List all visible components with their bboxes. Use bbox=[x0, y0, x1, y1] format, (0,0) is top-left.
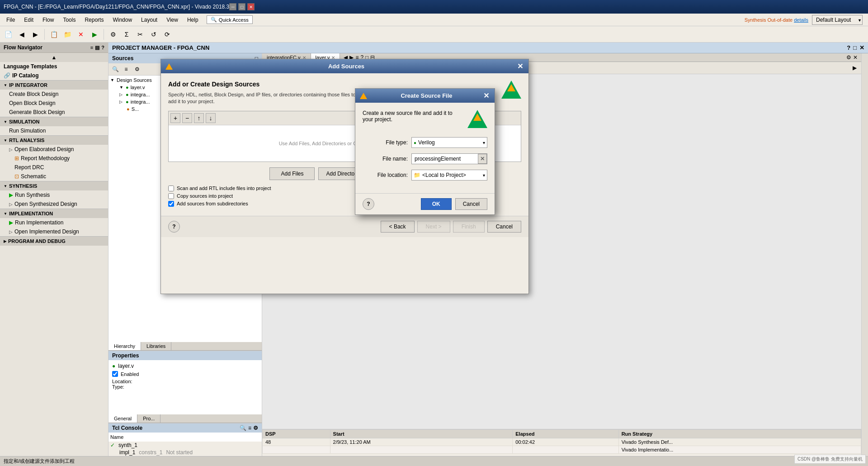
sources-collapse-button[interactable]: ≡ bbox=[121, 64, 131, 74]
back-button[interactable]: ◀ bbox=[15, 28, 28, 41]
menu-reports[interactable]: Reports bbox=[80, 15, 108, 25]
create-source-close-button[interactable]: ✕ bbox=[482, 91, 490, 100]
remove-file-icon-btn[interactable]: − bbox=[182, 113, 192, 123]
new-file-button[interactable]: 📄 bbox=[2, 28, 14, 41]
create-source-ok-button[interactable]: OK bbox=[421, 198, 452, 210]
layout-select-container[interactable]: Default Layout ▾ bbox=[812, 15, 863, 25]
tab-properties[interactable]: Pro... bbox=[137, 414, 160, 423]
nav-run-synthesis[interactable]: ▶ Run Synthesis bbox=[0, 190, 108, 200]
scroll-up-arrow[interactable]: ▲ bbox=[0, 53, 108, 62]
details-link[interactable]: details bbox=[794, 17, 808, 23]
menu-file[interactable]: File bbox=[2, 15, 19, 25]
move-down-icon-btn[interactable]: ↓ bbox=[206, 113, 216, 123]
finish-button-dialog[interactable]: Finish bbox=[453, 221, 485, 233]
nav-ip-catalog[interactable]: 🔗 IP Catalog bbox=[0, 71, 108, 80]
tree-toggle-integra1[interactable]: ▷ bbox=[119, 92, 124, 97]
nav-create-block-design[interactable]: Create Block Design bbox=[0, 90, 108, 99]
cut-button[interactable]: ✂ bbox=[134, 28, 146, 41]
pm-help-icon[interactable]: ? bbox=[847, 44, 850, 51]
reload-button[interactable]: ⟳ bbox=[161, 28, 174, 41]
add-sources-help-button[interactable]: ? bbox=[168, 221, 180, 233]
tab-libraries[interactable]: Libraries bbox=[141, 342, 171, 350]
tree-toggle-design[interactable]: ▼ bbox=[110, 78, 115, 82]
close-button[interactable]: ✕ bbox=[247, 3, 255, 10]
sum-button[interactable]: Σ bbox=[120, 28, 133, 41]
file-name-clear-button[interactable]: ✕ bbox=[478, 154, 487, 164]
back-button-dialog[interactable]: < Back bbox=[381, 221, 415, 233]
cancel-button-dialog[interactable]: Cancel bbox=[487, 221, 521, 233]
menu-tools[interactable]: Tools bbox=[58, 15, 80, 25]
nav-open-synthesized-design[interactable]: ▷ Open Synthesized Design bbox=[0, 200, 108, 209]
right-close-icon[interactable]: ✕ bbox=[853, 54, 858, 61]
add-file-icon-btn[interactable]: + bbox=[170, 113, 180, 123]
move-up-icon-btn[interactable]: ↑ bbox=[194, 113, 204, 123]
create-source-cancel-button[interactable]: Cancel bbox=[455, 198, 487, 210]
expand-icon[interactable]: ▤ bbox=[95, 45, 99, 51]
nav-synthesis-section[interactable]: ▼ SYNTHESIS bbox=[0, 181, 108, 190]
pm-maximize-icon[interactable]: □ bbox=[853, 44, 857, 51]
quick-access-button[interactable]: Quick Access bbox=[207, 15, 253, 24]
tab-hierarchy[interactable]: Hierarchy bbox=[108, 342, 141, 350]
settings-button[interactable]: ⚙ bbox=[107, 28, 119, 41]
properties-enabled-checkbox[interactable] bbox=[112, 371, 118, 377]
add-files-button[interactable]: Add Files bbox=[269, 167, 315, 180]
nav-report-drc[interactable]: Report DRC bbox=[0, 163, 108, 172]
tcl-collapse-icon[interactable]: ≡ bbox=[248, 425, 251, 431]
right-settings-icon[interactable]: ⚙ bbox=[846, 54, 851, 61]
nav-run-implementation[interactable]: ▶ Run Implementation bbox=[0, 218, 108, 227]
file-name-input[interactable] bbox=[415, 156, 484, 162]
next-button-dialog[interactable]: Next > bbox=[417, 221, 450, 233]
layout-select[interactable]: Default Layout bbox=[812, 15, 863, 25]
tree-toggle-layer[interactable]: ▼ bbox=[119, 85, 124, 90]
paste-button[interactable]: 📁 bbox=[61, 28, 74, 41]
sources-settings-button[interactable]: ⚙ bbox=[132, 64, 142, 74]
menu-layout[interactable]: Layout bbox=[137, 15, 162, 25]
tcl-settings-icon[interactable]: ⚙ bbox=[253, 425, 258, 431]
nav-program-debug-section[interactable]: ▶ PROGRAM AND DEBUG bbox=[0, 236, 108, 246]
maximize-button[interactable]: □ bbox=[238, 3, 245, 10]
nav-open-implemented-design[interactable]: ▷ Open Implemented Design bbox=[0, 227, 108, 236]
nav-schematic[interactable]: ⊡ Schematic bbox=[0, 172, 108, 181]
tree-toggle-integra2[interactable]: ▷ bbox=[119, 100, 124, 104]
tab-general[interactable]: General bbox=[108, 414, 137, 423]
nav-run-simulation[interactable]: Run Simulation bbox=[0, 126, 108, 135]
pm-close-icon[interactable]: ✕ bbox=[859, 44, 864, 51]
nav-open-elaborated-design[interactable]: ▷ Open Elaborated Design bbox=[0, 145, 108, 154]
checkbox-copy-sources-input[interactable] bbox=[168, 193, 174, 199]
nav-simulation-section[interactable]: ▼ SIMULATION bbox=[0, 117, 108, 126]
help-nav-icon[interactable]: ? bbox=[101, 45, 104, 51]
menu-flow[interactable]: Flow bbox=[38, 15, 58, 25]
copy-button[interactable]: 📋 bbox=[47, 28, 60, 41]
nav-ip-integrator-section[interactable]: ▼ IP INTEGRATOR bbox=[0, 80, 108, 90]
file-type-label: File type: bbox=[363, 139, 408, 146]
forward-button[interactable]: ▶ bbox=[29, 28, 42, 41]
nav-generate-block-design[interactable]: Generate Block Design bbox=[0, 108, 108, 117]
nav-language-templates[interactable]: Language Templates bbox=[0, 62, 108, 71]
nav-rtl-analysis-section[interactable]: ▼ RTL ANALYSIS bbox=[0, 135, 108, 145]
scroll-track[interactable] bbox=[861, 53, 868, 456]
checkbox-scan-rtl-input[interactable] bbox=[168, 185, 174, 191]
tcl-search-icon[interactable]: 🔍 bbox=[240, 425, 246, 431]
tcl-row-synth[interactable]: ✓ synth_1 bbox=[108, 442, 262, 449]
minimize-button[interactable]: ─ bbox=[229, 3, 236, 10]
sources-search-button[interactable]: 🔍 bbox=[110, 64, 120, 74]
nav-open-block-design[interactable]: Open Block Design bbox=[0, 99, 108, 108]
file-location-select[interactable]: 📁 <Local to Project> ▾ bbox=[411, 170, 487, 181]
menu-edit[interactable]: Edit bbox=[19, 15, 38, 25]
nav-implementation-section[interactable]: ▼ IMPLEMENTATION bbox=[0, 209, 108, 218]
refresh-button[interactable]: ↺ bbox=[147, 28, 160, 41]
delete-button[interactable]: ✕ bbox=[75, 28, 87, 41]
run-button[interactable]: ▶ bbox=[88, 28, 101, 41]
create-source-footer: ? OK Cancel bbox=[355, 193, 495, 214]
menu-view[interactable]: View bbox=[162, 15, 183, 25]
add-sources-close-button[interactable]: ✕ bbox=[516, 62, 524, 71]
nav-report-methodology[interactable]: ⊞ Report Methodology bbox=[0, 154, 108, 163]
file-type-select[interactable]: ● Verilog ▾ bbox=[411, 137, 487, 148]
create-source-help-button[interactable]: ? bbox=[363, 198, 374, 210]
collapse-icon[interactable]: ≡ bbox=[90, 45, 93, 51]
editor-scroll-right[interactable]: ▶ bbox=[849, 63, 859, 73]
menu-help[interactable]: Help bbox=[183, 15, 203, 25]
tcl-row-impl[interactable]: impl_1 constrs_1 Not started bbox=[108, 449, 262, 456]
menu-window[interactable]: Window bbox=[108, 15, 137, 25]
checkbox-add-subdirs-input[interactable] bbox=[168, 201, 174, 207]
